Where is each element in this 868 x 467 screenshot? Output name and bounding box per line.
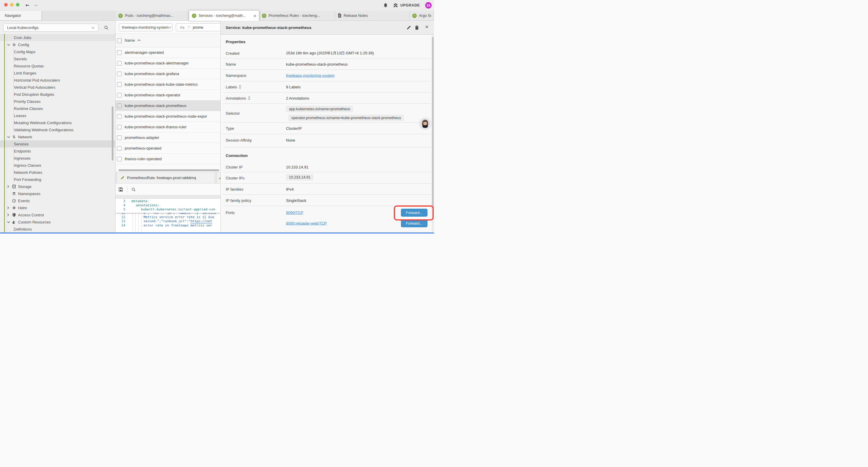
table-row[interactable]: thanos-ruler-operated <box>116 154 220 164</box>
resource-tree: Cron Jobs⚙ConfigConfig MapsSecretsResour… <box>0 34 115 232</box>
sidebar-item-secrets[interactable]: Secrets <box>0 55 115 62</box>
port-link-8080[interactable]: 8080:reloader-web/TCP <box>286 221 327 226</box>
delete-icon[interactable] <box>415 25 419 30</box>
row-type: Type ClusterIP <box>223 123 431 134</box>
tab-prometheus-rules-icecheng[interactable]: Prometheus Rules - icecheng... <box>259 11 335 20</box>
row-checkbox[interactable] <box>117 82 122 87</box>
search-icon[interactable] <box>104 25 108 30</box>
editor-tab-next[interactable] <box>217 172 220 183</box>
sticky-scroll-lines: 3metadata:4annotations:5kubectl.kubernet… <box>116 199 220 213</box>
match-case-toggle[interactable]: Aa <box>180 25 184 30</box>
sidebar-item-network[interactable]: ⇅Network <box>0 133 115 140</box>
avatar[interactable] <box>420 118 431 129</box>
tab-services-icecheng-math[interactable]: Services - icecheng@math...× <box>189 11 259 21</box>
sidebar-item-endpoints[interactable]: Endpoints <box>0 147 115 154</box>
table-row[interactable]: kube-prometheus-stack-alertmanager <box>116 58 220 68</box>
row-checkbox[interactable] <box>117 135 122 140</box>
row-checkbox[interactable] <box>117 50 122 55</box>
table-row[interactable]: prometheus-operated <box>116 143 220 154</box>
sidebar-item-definitions[interactable]: Definitions <box>0 226 115 232</box>
sidebar-item-custom-resources[interactable]: Custom Resources <box>0 218 115 226</box>
kubeconfig-select[interactable]: Local Kubeconfigs <box>3 24 98 32</box>
sidebar-item-pod-disruption-budgets[interactable]: Pod Disruption Budgets <box>0 91 115 98</box>
table-row[interactable]: kube-prometheus-stack-thanos-ruler <box>116 122 220 133</box>
regex-toggle[interactable]: .* <box>187 25 190 30</box>
column-header-name[interactable]: Name <box>125 34 141 47</box>
row-checkbox[interactable] <box>117 61 122 66</box>
window-minimize-button[interactable] <box>10 3 13 6</box>
tab-argo-se[interactable]: Argo Se <box>409 11 434 20</box>
sidebar-item-port-forwarding[interactable]: Port Forwarding <box>0 176 115 183</box>
sidebar-scrollbar[interactable] <box>112 107 114 160</box>
sidebar-item-runtime-classes[interactable]: Runtime Classes <box>0 105 115 112</box>
sidebar-item-ingress-classes[interactable]: Ingress Classes <box>0 162 115 169</box>
row-checkbox[interactable] <box>117 157 122 162</box>
sidebar-item-resource-quotas[interactable]: Resource Quotas <box>0 62 115 69</box>
table-row[interactable]: kube-prometheus-stack-grafana <box>116 68 220 79</box>
horizontal-scrollbar[interactable] <box>119 169 219 171</box>
sidebar-item-cron-jobs[interactable]: Cron Jobs <box>0 34 115 41</box>
namespace-select[interactable]: freeleaps-monitoring-system <box>119 23 173 31</box>
row-checkbox[interactable] <box>117 104 122 108</box>
sidebar-item-config[interactable]: ⚙Config <box>0 41 115 48</box>
sidebar-item-namespaces[interactable]: Namespaces <box>0 190 115 197</box>
tab-close-icon[interactable]: × <box>253 13 256 18</box>
bell-icon[interactable] <box>383 3 388 8</box>
table-row[interactable]: alertmanager-operated <box>116 47 220 58</box>
row-checkbox[interactable] <box>117 146 122 151</box>
sidebar-item-label: Custom Resources <box>18 220 51 224</box>
row-checkbox[interactable] <box>117 114 122 119</box>
sidebar-item-config-maps[interactable]: Config Maps <box>0 48 115 55</box>
sidebar-item-ingresses[interactable]: Ingresses <box>0 154 115 162</box>
sidebar-item-vertical-pod-autoscalers[interactable]: Vertical Pod Autoscalers <box>0 84 115 91</box>
sidebar-item-validating-webhook-configurations[interactable]: Validating Webhook Configurations <box>0 126 115 133</box>
sidebar-item-priority-classes[interactable]: Priority Classes <box>0 98 115 105</box>
tab-release-notes[interactable]: Release Notes <box>335 11 409 20</box>
search-input[interactable]: Aa .* prome <box>176 23 220 31</box>
sidebar-item-leases[interactable]: Leases <box>0 112 115 119</box>
forward-button-8080[interactable]: Forward... <box>401 219 428 227</box>
editor-tab-prometheusrule[interactable]: PrometheusRule: freeleaps-prod-rabbitmq <box>117 172 215 183</box>
namespace-link[interactable]: freeleaps-monitoring-system <box>286 73 335 78</box>
save-icon[interactable] <box>119 187 123 192</box>
table-row[interactable]: kube-prometheus-stack-prometheus <box>116 100 220 111</box>
table-row[interactable]: kube-prometheus-stack-kube-state-metrics <box>116 79 220 90</box>
sidebar-item-label: Vertical Pod Autoscalers <box>14 85 55 90</box>
close-icon[interactable]: × <box>425 24 428 30</box>
sidebar-item-label: Services <box>14 142 29 146</box>
sidebar-item-access-control[interactable]: Access Control <box>0 211 115 218</box>
sidebar-item-horizontal-pod-autoscalers[interactable]: Horizontal Pod Autoscalers <box>0 77 115 84</box>
table-row[interactable]: kube-prometheus-stack-prometheus-node-ex… <box>116 111 220 122</box>
sidebar-item-events[interactable]: Events <box>0 197 115 204</box>
sidebar-item-helm[interactable]: ☸Helm <box>0 204 115 211</box>
table-row[interactable]: kube-prometheus-stack-operator <box>116 90 220 100</box>
port-link-9090[interactable]: 9090/TCP <box>286 210 303 215</box>
table-row[interactable]: prometheus-adapter <box>116 133 220 143</box>
window-close-button[interactable] <box>4 3 8 6</box>
sidebar-item-label: Storage <box>18 184 32 189</box>
sidebar-item-network-policies[interactable]: Network Policies <box>0 169 115 176</box>
tab-pods-icecheng-mathmas[interactable]: Pods - icecheng@mathmas... <box>116 11 189 20</box>
sort-updown-icon[interactable] <box>239 85 241 89</box>
window-zoom-button[interactable] <box>16 3 20 6</box>
notification-badge[interactable]: 15 <box>425 2 432 8</box>
row-checkbox[interactable] <box>117 125 122 129</box>
sort-updown-icon[interactable] <box>248 96 251 100</box>
service-name: kube-prometheus-stack-operator <box>125 90 181 100</box>
sidebar-item-storage[interactable]: Storage <box>0 183 115 190</box>
edit-icon[interactable] <box>406 25 411 30</box>
row-labels: Labels 9 Labels <box>223 81 431 92</box>
editor-search-icon[interactable] <box>131 187 135 192</box>
kubernetes-icon <box>118 13 123 18</box>
detail-scrollbar[interactable] <box>432 37 434 208</box>
forward-arrow-icon[interactable]: → <box>34 2 37 8</box>
upgrade-button[interactable]: UPGRADE <box>393 3 420 8</box>
row-checkbox[interactable] <box>117 93 122 97</box>
sidebar-item-limit-ranges[interactable]: Limit Ranges <box>0 69 115 77</box>
sidebar-item-mutating-webhook-configurations[interactable]: Mutating Webhook Configurations <box>0 119 115 126</box>
yaml-editor[interactable]: 110", "for": "1m", "labels" :{ "service"… <box>116 199 220 232</box>
back-arrow-icon[interactable]: ← <box>25 2 29 8</box>
sidebar-item-services[interactable]: Services <box>0 140 115 147</box>
row-checkbox[interactable] <box>117 71 122 76</box>
tab-navigator[interactable]: Navigator <box>0 11 41 20</box>
